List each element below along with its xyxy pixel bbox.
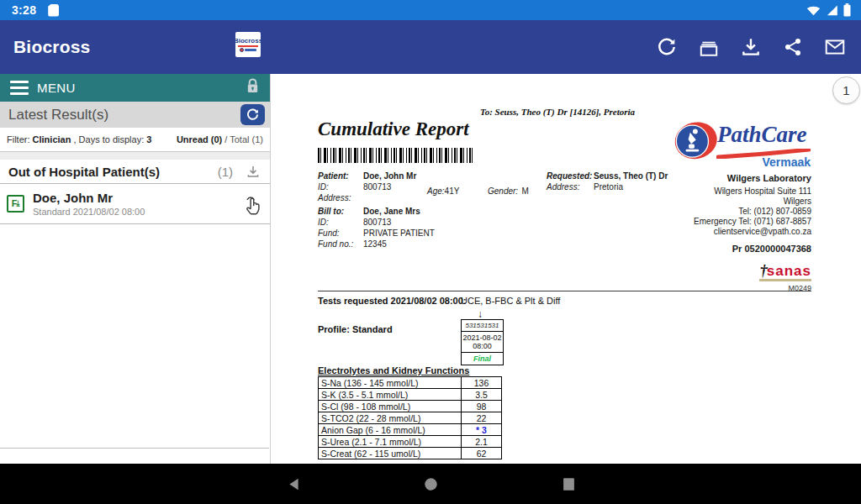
lab-address-line: Wilgers <box>694 197 811 207</box>
test-value-cell: 136 <box>462 377 502 389</box>
biocross-logo-text: Biocross <box>235 38 261 45</box>
page-number: 1 <box>843 83 849 97</box>
fund: PRIVATE PATIENT <box>363 228 435 238</box>
lab-name: Wilgers Laboratory <box>694 173 811 183</box>
patient-text: Doe, John Mr Standard 2021/08/02 08:00 <box>33 191 145 217</box>
clock: 3:28 <box>12 3 36 17</box>
lab-address-line: Emergency Tel: (071) 687-8857 <box>694 217 811 227</box>
tests-requested-label: Tests requested 2021/08/02 08:00: <box>318 296 467 306</box>
result-column-header: 531531531 2021-08-0208:00 Final <box>461 319 504 365</box>
down-arrow-icon: ↓ <box>478 308 483 320</box>
biocross-logo-rule <box>238 45 258 47</box>
patient-label: Patient: <box>318 171 349 181</box>
download-icon <box>740 36 762 58</box>
download-button[interactable] <box>740 36 762 58</box>
pathcare-logo: PathCare Vermaak <box>671 120 812 169</box>
sample-ref: 531531531 <box>462 320 503 332</box>
age-field: Age:41Y <box>427 182 459 197</box>
result-row: Anion Gap (6 - 16 mmol/L)* 3 <box>319 424 502 436</box>
test-name-cell: S-TCO2 (22 - 28 mmol/L) <box>319 412 462 424</box>
refresh-button[interactable] <box>656 36 678 58</box>
notification-icon <box>48 4 59 17</box>
pathcare-microscope-icon <box>671 120 718 164</box>
sidebar-refresh-button[interactable] <box>240 104 265 125</box>
vermaak-label: Vermaak <box>762 155 811 169</box>
results-section-title: Electrolytes and Kidney Functions <box>318 365 469 375</box>
filter-text: Filter: Clinician , Days to display: 3 <box>7 134 151 144</box>
divider <box>0 152 270 160</box>
patient-list-item[interactable]: F⤓ Doe, John Mr Standard 2021/08/02 08:0… <box>0 184 270 224</box>
results-table: S-Na (136 - 145 mmol/L)136S-K (3.5 - 5.1… <box>318 376 502 459</box>
req-address-label: Address: <box>547 182 579 192</box>
test-name-cell: S-K (3.5 - 5.1 mmol/L) <box>319 389 462 401</box>
share-icon <box>783 37 803 57</box>
group-out-of-hospital[interactable]: Out of Hospital Patient(s) (1) <box>0 160 270 184</box>
laboratory-block: Wilgers Laboratory Wilgers Hospital Suit… <box>694 173 811 292</box>
share-button[interactable] <box>782 36 804 58</box>
billto-name: Doe, Jane Mrs <box>363 207 420 216</box>
refresh-icon <box>246 108 260 122</box>
fund-label: Fund: <box>318 228 340 238</box>
sanas-strip <box>759 279 811 281</box>
patient-name: Doe, John Mr <box>33 191 145 205</box>
report-to-line: To: Seuss, Theo (T) Dr [14126], Pretoria <box>271 107 844 117</box>
lock-icon[interactable] <box>246 78 260 97</box>
address-label: Address: <box>318 193 351 202</box>
test-value-cell: 22 <box>462 412 502 424</box>
fund-no-label: Fund no.: <box>318 239 353 249</box>
recents-button[interactable] <box>548 464 589 504</box>
sidebar: MENU Latest Result(s) Filter: Clinician … <box>0 74 271 464</box>
pdf-viewer[interactable]: 1 To: Seuss, Theo (T) Dr [14126], Pretor… <box>271 74 861 464</box>
result-row: S-Creat (62 - 115 umol/L)62 <box>319 448 502 459</box>
back-button[interactable] <box>273 464 314 504</box>
lab-address-line: Tel: (012) 807-0859 <box>694 207 811 217</box>
menu-bar[interactable]: MENU <box>0 74 270 102</box>
menu-label: MENU <box>37 81 76 95</box>
tests-requested-value: UCE, B-FBC & Plt & Diff <box>461 296 560 306</box>
recents-icon <box>562 477 576 491</box>
profile-label: Profile: Standard <box>318 324 393 334</box>
home-button[interactable] <box>410 464 451 504</box>
email-button[interactable] <box>824 36 846 58</box>
result-row: S-Na (136 - 145 mmol/L)136 <box>319 377 502 389</box>
pathcare-wordmark: PathCare <box>717 122 807 148</box>
fund-no: 12345 <box>363 239 387 249</box>
result-file-icon: F⤓ <box>7 195 24 213</box>
lab-address-line: clientservice@vpath.co.za <box>694 227 811 237</box>
billto-label: Bill to: <box>318 207 344 216</box>
sample-datetime: 2021-08-0208:00 <box>462 332 503 353</box>
biocross-logo-sub <box>240 48 256 52</box>
requested-label: Requested: <box>547 171 592 181</box>
wifi-icon <box>806 4 821 16</box>
refresh-icon <box>656 36 678 58</box>
result-row: S-Cl (98 - 108 mmol/L)98 <box>319 401 502 412</box>
patient-detail: Standard 2021/08/02 08:00 <box>33 207 145 217</box>
lab-address-line: Wilgers Hospital Suite 111 <box>694 186 811 197</box>
status-final: Final <box>462 353 503 365</box>
latest-results-title: Latest Result(s) <box>8 107 108 123</box>
group-count: (1) <box>218 165 233 179</box>
patient-name: Doe, John Mr <box>363 171 416 181</box>
section-divider <box>318 291 811 291</box>
gender-field: Gender: M <box>488 182 529 197</box>
biocross-logo-subbar <box>245 49 256 51</box>
test-value-cell: 3.5 <box>462 389 502 401</box>
bill-id-label: ID: <box>318 218 329 227</box>
pages-icon <box>698 36 720 58</box>
globe-icon <box>240 48 244 52</box>
pages-button[interactable] <box>698 36 720 58</box>
test-value-cell: * 3 <box>462 424 502 436</box>
signal-icon <box>826 4 838 16</box>
test-value-cell: 98 <box>462 401 502 412</box>
sanas-wordmark: sanas <box>767 263 811 279</box>
requested-name: Seuss, Theo (T) Dr <box>594 171 668 181</box>
test-name-cell: S-Urea (2.1 - 7.1 mmol/L) <box>319 436 462 448</box>
sanas-logo: †sanas M0249 <box>694 264 811 292</box>
home-icon <box>424 477 438 491</box>
result-row: S-K (3.5 - 5.1 mmol/L)3.5 <box>319 389 502 401</box>
android-nav-bar <box>0 464 861 504</box>
group-download-icon[interactable] <box>245 164 261 179</box>
page-indicator: 1 <box>832 76 860 104</box>
group-title: Out of Hospital Patient(s) <box>8 165 160 179</box>
hamburger-icon[interactable] <box>10 81 29 95</box>
